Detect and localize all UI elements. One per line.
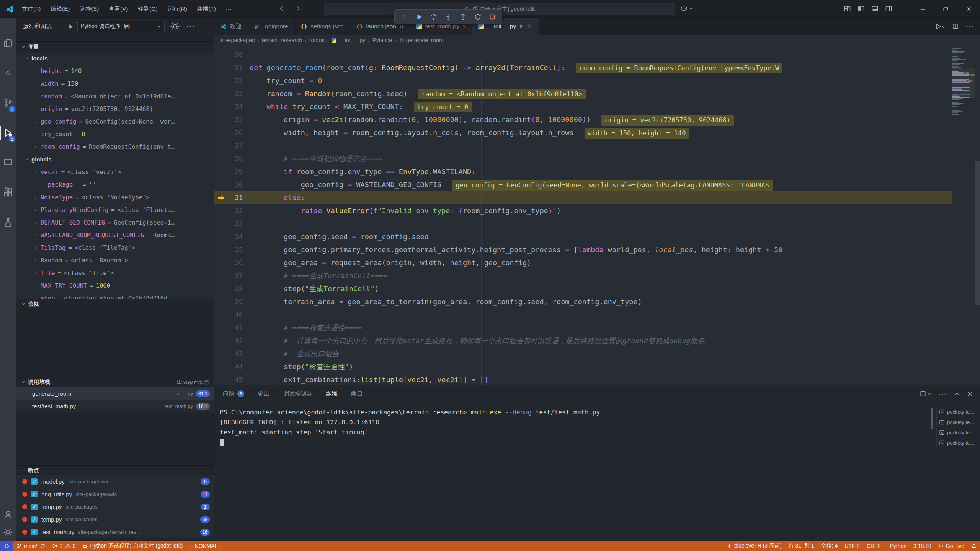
restart-button[interactable] [472,11,483,23]
tab-settings.json[interactable]: {}settings.json [295,18,350,35]
breadcrumb-item[interactable]: site-packages [220,37,255,43]
code-area[interactable]: 2021def generate_room(room_config: RoomR… [214,45,980,385]
status-cursor-position[interactable]: 行 31, 列 1 [785,541,818,551]
status-indentation[interactable]: 空格: 4 [818,541,841,551]
terminal-output[interactable]: PS C:\computer_science\godot-ldtk\site-p… [220,408,930,538]
step-over-button[interactable] [428,11,439,23]
variable-row[interactable]: try_count=0 [16,128,214,140]
variables-section-header[interactable]: 变量 [16,41,214,52]
restore-button[interactable] [934,0,957,18]
variable-row[interactable]: room_config=RoomRequestConfig(env_t… [16,140,214,153]
menu-运行(R)[interactable]: 运行(R) [163,0,192,18]
variable-row[interactable]: origin=vec2i(7205730, 9024468) [16,103,214,115]
run-file-button[interactable] [935,23,946,30]
variable-group[interactable]: globals [16,153,214,166]
watch-section-header[interactable]: 监视 [16,299,214,309]
variable-row[interactable]: MAX_TRY_COUNT=1000 [16,279,214,292]
breakpoint-row[interactable]: ✓temp.pysite-packages1 [16,500,214,513]
tab-.gdignore[interactable]: .gdignore [248,18,295,35]
breakpoint-checkbox[interactable]: ✓ [31,516,38,523]
variable-row[interactable]: random=<Random object at 0x1bf9d01e… [16,90,214,103]
close-button[interactable] [957,0,980,18]
status-vim-mode[interactable]: -- NORMAL -- [186,541,226,551]
status-problems[interactable]: 30 [49,541,79,551]
more-actions-icon[interactable]: ··· [938,390,947,398]
breakpoint-row[interactable]: ✓test_math.pysite-packages\terrain_res…1… [16,526,214,538]
step-into-button[interactable] [443,11,454,23]
status-go-live[interactable]: Go Live [935,541,968,551]
status-remote-indicator[interactable] [0,541,13,551]
activity-search[interactable] [0,58,16,88]
continue-button[interactable] [413,11,425,23]
toggle-sidebar-icon[interactable] [858,5,865,12]
panel-tab-输出[interactable]: 输出 [258,385,270,402]
breakpoint-checkbox[interactable]: ✓ [31,478,38,485]
variable-row[interactable]: geo_config=GeoConfig(seed=None, wor… [16,115,214,128]
menu-···[interactable]: ··· [221,0,237,18]
activity-manage[interactable] [0,523,16,541]
tab-欢迎[interactable]: 欢迎 [214,18,248,35]
status-python-version[interactable]: 3.10.10 [910,541,935,551]
variable-row[interactable]: DEFAULT_GEO_CONFIG=GeoConfig(seed=1… [16,216,214,229]
breadcrumb-item[interactable]: __init__.py [332,37,365,43]
minimap[interactable] [952,45,975,385]
drag-handle[interactable] [399,11,410,23]
variable-row[interactable]: PlanetaryWindConfig=<class 'Planeta… [16,204,214,216]
breadcrumb-item[interactable]: generate_room [399,37,444,43]
variable-group[interactable]: locals [16,52,214,65]
stack-frame[interactable]: generate_room__init__.py31:1 [16,387,214,400]
close-icon[interactable] [527,24,532,29]
panel-tab-调试控制台[interactable]: 调试控制台 [283,385,312,402]
breakpoint-row[interactable]: ✓model.pysite-packages\wfc6 [16,475,214,488]
terminal-scrollbar[interactable] [931,408,933,429]
status-notifications[interactable] [968,541,980,551]
customize-layout-icon[interactable] [844,5,851,12]
status-debug-session[interactable]: Python 调试程序: 启动文件 (godot-ldtk) [79,541,186,551]
toggle-secondary-sidebar-icon[interactable] [885,5,892,12]
breakpoint-checkbox[interactable]: ✓ [31,491,38,497]
gear-icon[interactable] [170,21,180,31]
variable-row[interactable]: stop=<function stop at 0x1bf8d716d… [16,292,214,299]
status-language-mode[interactable]: Python [884,541,910,551]
variable-row[interactable]: WASTELAND_ROOM_REQUEST_CONFIG=RoomR… [16,229,214,241]
code-editor[interactable]: site-packages›terrain_research›rooms› __… [214,35,980,385]
callstack-section-header[interactable]: 调用堆栈 因 step 已暂停 [16,377,214,387]
variable-row[interactable]: vec2i=<class 'vec2i'> [16,166,214,178]
activity-run-and-debug[interactable]: 1 [0,118,16,148]
activity-source-control[interactable]: 3 [0,88,16,118]
debug-config-select[interactable]: Python 调试程序: 启: [77,21,165,32]
breadcrumb-item[interactable]: Pylance [372,37,392,43]
breakpoint-checkbox[interactable]: ✓ [31,504,38,510]
maximize-panel-icon[interactable] [954,391,960,396]
minimap-viewport[interactable] [952,68,975,98]
activity-extensions[interactable] [0,178,16,207]
step-out-button[interactable] [457,11,469,23]
menu-查看(V)[interactable]: 查看(V) [104,0,133,18]
variable-row[interactable]: TileTag=<class 'TileTag'> [16,241,214,254]
variable-row[interactable]: __package__='' [16,178,214,191]
back-arrow-icon[interactable] [278,5,286,12]
terminal-instance[interactable]: pockety te… [939,427,978,438]
terminal-instance[interactable]: pockety te… [939,417,978,427]
status-eol[interactable]: CRLF [863,541,884,551]
more-actions-icon[interactable]: ··· [186,23,195,31]
status-git-branch[interactable]: main* [13,541,49,551]
stack-frame[interactable]: test/test_math.pytest_math.py16:1 [16,400,214,412]
split-editor-icon[interactable] [952,23,959,29]
breakpoint-row[interactable]: ✓png_utils.pysite-packages\wfc11 [16,488,214,500]
panel-tab-端口[interactable]: 端口 [351,385,363,402]
breadcrumb-item[interactable]: terrain_research [262,37,302,43]
close-panel-icon[interactable] [967,391,973,397]
toggle-panel-icon[interactable] [871,5,879,12]
more-actions-icon[interactable]: ··· [965,23,975,31]
variable-row[interactable]: width=150 [16,77,214,90]
terminal-instance[interactable]: pockety te… [939,438,978,448]
start-debug-icon[interactable] [68,24,74,29]
variable-row[interactable]: NoiseType=<class 'NoiseType'> [16,191,214,204]
breadcrumb-item[interactable]: rooms [309,37,325,43]
stop-button[interactable] [487,11,498,23]
activity-explorer[interactable] [0,28,16,58]
panel-tab-问题[interactable]: 问题3 [223,385,244,402]
menu-文件(F)[interactable]: 文件(F) [17,0,46,18]
forward-arrow-icon[interactable] [294,5,302,12]
